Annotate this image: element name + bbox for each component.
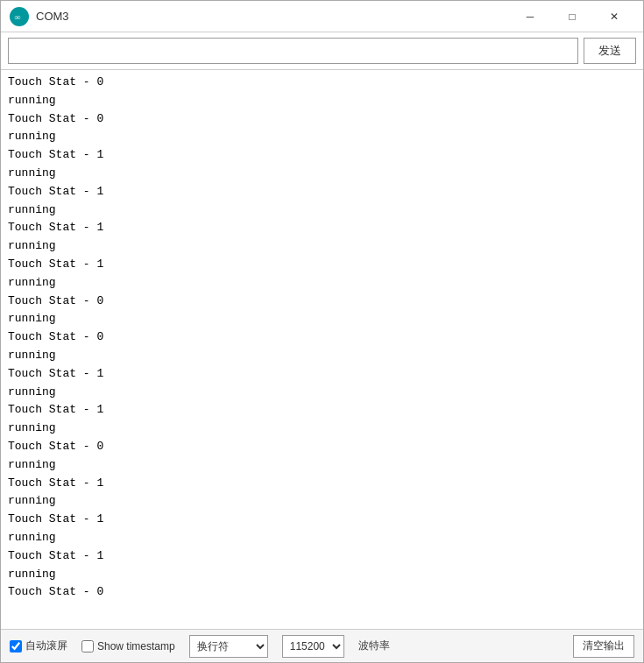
svg-text:∞: ∞ bbox=[14, 11, 20, 21]
output-line: Touch Stat - 0 bbox=[8, 110, 636, 129]
window-controls: ─ □ ✕ bbox=[510, 4, 634, 30]
newline-select[interactable]: 没有行结尾换行符回车两者都有 bbox=[189, 635, 268, 658]
baud-label: 波特率 bbox=[358, 638, 390, 653]
output-line: running bbox=[8, 347, 636, 365]
output-line: running bbox=[8, 420, 636, 438]
output-line: Touch Stat - 1 bbox=[8, 511, 636, 529]
timestamp-label: Show timestamp bbox=[97, 640, 175, 652]
output-line: Touch Stat - 0 bbox=[8, 328, 636, 347]
serial-input[interactable] bbox=[8, 38, 578, 64]
output-line: running bbox=[8, 456, 636, 475]
title-bar: ∞ COM3 ─ □ ✕ bbox=[1, 1, 643, 32]
timestamp-checkbox-container[interactable]: Show timestamp bbox=[81, 640, 175, 652]
autoscroll-label: 自动滚屏 bbox=[25, 638, 67, 653]
clear-button[interactable]: 清空输出 bbox=[573, 635, 634, 658]
output-line: Touch Stat - 1 bbox=[8, 256, 636, 274]
output-line: Touch Stat - 1 bbox=[8, 219, 636, 237]
send-button[interactable]: 发送 bbox=[584, 38, 636, 64]
output-line: running bbox=[8, 274, 636, 293]
output-line: running bbox=[8, 237, 636, 256]
output-line: Touch Stat - 1 bbox=[8, 146, 636, 165]
output-line: running bbox=[8, 566, 636, 584]
minimize-button[interactable]: ─ bbox=[510, 4, 550, 30]
serial-output[interactable]: Touch Stat - 0runningTouch Stat - 0runni… bbox=[1, 70, 643, 629]
output-line: running bbox=[8, 128, 636, 146]
close-button[interactable]: ✕ bbox=[594, 4, 634, 30]
maximize-button[interactable]: □ bbox=[552, 4, 592, 30]
output-line: running bbox=[8, 165, 636, 183]
output-line: running bbox=[8, 529, 636, 547]
arduino-logo: ∞ bbox=[10, 7, 29, 26]
window-title: COM3 bbox=[36, 10, 510, 23]
timestamp-checkbox[interactable] bbox=[81, 640, 94, 652]
output-line: running bbox=[8, 310, 636, 328]
output-line: Touch Stat - 1 bbox=[8, 365, 636, 384]
output-line: Touch Stat - 1 bbox=[8, 475, 636, 493]
autoscroll-checkbox[interactable] bbox=[10, 640, 22, 652]
status-bar: 自动滚屏 Show timestamp 没有行结尾换行符回车两者都有 30012… bbox=[1, 629, 643, 662]
output-line: running bbox=[8, 201, 636, 220]
main-window: ∞ COM3 ─ □ ✕ 发送 Touch Stat - 0runningTou… bbox=[0, 0, 644, 663]
output-line: Touch Stat - 0 bbox=[8, 74, 636, 92]
autoscroll-checkbox-container[interactable]: 自动滚屏 bbox=[10, 638, 67, 653]
output-line: running bbox=[8, 92, 636, 110]
input-row: 发送 bbox=[1, 32, 643, 70]
output-line: running bbox=[8, 492, 636, 511]
output-line: Touch Stat - 0 bbox=[8, 293, 636, 311]
output-line: Touch Stat - 1 bbox=[8, 183, 636, 201]
output-line: Touch Stat - 0 bbox=[8, 438, 636, 456]
output-line: running bbox=[8, 384, 636, 402]
output-line: Touch Stat - 1 bbox=[8, 401, 636, 420]
output-line: Touch Stat - 1 bbox=[8, 547, 636, 566]
baud-select[interactable]: 3001200240048009600192003840057600748801… bbox=[282, 635, 344, 658]
output-line: Touch Stat - 0 bbox=[8, 583, 636, 602]
